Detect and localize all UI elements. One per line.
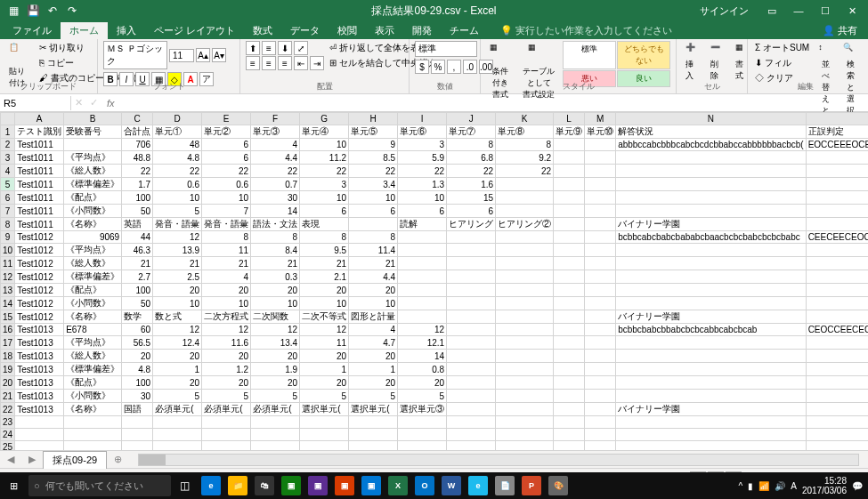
cell[interactable] <box>554 336 585 350</box>
cell[interactable]: 22 <box>251 165 300 178</box>
cell[interactable]: 11.2 <box>300 151 349 165</box>
cell[interactable]: 21 <box>122 257 153 270</box>
cell[interactable]: 9 <box>349 139 398 151</box>
cell[interactable] <box>398 441 447 451</box>
cell[interactable] <box>554 441 585 451</box>
tray-chevron-icon[interactable]: ^ <box>739 481 743 491</box>
cell[interactable] <box>554 390 585 403</box>
cell[interactable]: 20 <box>300 350 349 363</box>
cell[interactable] <box>554 416 585 429</box>
cell[interactable] <box>616 270 807 284</box>
cell[interactable] <box>585 165 616 178</box>
cell[interactable]: 単元① <box>153 125 202 139</box>
cell[interactable]: 解答状況 <box>616 125 807 139</box>
cell[interactable] <box>122 416 153 429</box>
cell[interactable] <box>585 151 616 165</box>
taskbar-app-notepad[interactable]: 📄 <box>491 472 518 499</box>
cell[interactable]: 単元⑨ <box>554 125 585 139</box>
cell[interactable] <box>447 297 496 310</box>
cell[interactable]: 5 <box>349 390 398 403</box>
cell[interactable] <box>806 429 868 441</box>
cell[interactable]: 20 <box>300 284 349 297</box>
cell[interactable]: 8 <box>496 139 554 151</box>
tell-me-search[interactable]: 💡 実行したい作業を入力してください <box>495 22 677 39</box>
cell[interactable]: 表現 <box>300 218 349 231</box>
cell[interactable]: 22 <box>398 165 447 178</box>
cell[interactable]: 12.1 <box>398 336 447 350</box>
taskbar-app-paint[interactable]: 🎨 <box>545 472 572 499</box>
cell[interactable] <box>616 284 807 297</box>
column-header[interactable]: N <box>616 113 807 125</box>
cell[interactable] <box>585 178 616 191</box>
align-middle-icon[interactable]: ≡ <box>262 41 276 55</box>
cell[interactable] <box>585 390 616 403</box>
taskbar-app-outlook[interactable]: O <box>411 472 438 499</box>
cell[interactable] <box>300 429 349 441</box>
cell[interactable] <box>806 403 868 416</box>
taskbar-app-2[interactable]: ▣ <box>304 472 331 499</box>
cell[interactable] <box>806 310 868 324</box>
cell[interactable] <box>806 284 868 297</box>
cell[interactable]: Test1013 <box>15 324 64 336</box>
comma-icon[interactable]: , <box>447 60 461 74</box>
cell[interactable]: 10 <box>153 297 202 310</box>
cell[interactable]: 0.6 <box>153 178 202 191</box>
cell[interactable]: 二次不等式 <box>300 310 349 324</box>
cell[interactable]: 14 <box>398 350 447 363</box>
cell[interactable]: 6 <box>202 139 251 151</box>
cell[interactable] <box>64 416 122 429</box>
cell[interactable]: 4.4 <box>349 270 398 284</box>
cell[interactable]: 20 <box>153 350 202 363</box>
cell[interactable] <box>616 257 807 270</box>
cell[interactable] <box>447 390 496 403</box>
cell[interactable]: 11 <box>202 244 251 257</box>
cell[interactable]: 100 <box>122 284 153 297</box>
cell[interactable]: 20 <box>153 376 202 390</box>
cell[interactable]: 発音・語彙 <box>202 218 251 231</box>
cell[interactable] <box>64 441 122 451</box>
cell[interactable] <box>496 191 554 205</box>
cell[interactable] <box>496 205 554 218</box>
cell[interactable]: 3 <box>398 139 447 151</box>
cell[interactable]: Test1013 <box>15 350 64 363</box>
cell[interactable]: 8 <box>349 231 398 244</box>
cell[interactable]: 4.8 <box>122 363 153 376</box>
percent-icon[interactable]: % <box>431 60 445 74</box>
cell[interactable] <box>554 429 585 441</box>
cell[interactable] <box>806 350 868 363</box>
cell[interactable]: Test1012 <box>15 310 64 324</box>
cell[interactable] <box>447 441 496 451</box>
cell[interactable]: 数学 <box>122 310 153 324</box>
row-header[interactable]: 11 <box>1 257 15 270</box>
row-header[interactable]: 16 <box>1 324 15 336</box>
accounting-icon[interactable]: $ <box>415 60 429 74</box>
cell[interactable]: 6 <box>349 205 398 218</box>
cell[interactable]: 11.4 <box>349 244 398 257</box>
cortana-search[interactable]: ○ 何でも聞いてください <box>28 475 171 496</box>
cell[interactable]: 20 <box>153 284 202 297</box>
cell[interactable] <box>585 218 616 231</box>
row-header[interactable]: 13 <box>1 284 15 297</box>
cell[interactable] <box>616 429 807 441</box>
cell[interactable] <box>122 441 153 451</box>
ribbon-tab-2[interactable]: 挿入 <box>108 22 145 39</box>
cell[interactable] <box>585 310 616 324</box>
row-header[interactable]: 21 <box>1 390 15 403</box>
taskbar-app-powerpoint[interactable]: P <box>518 472 545 499</box>
cell[interactable]: 《平均点》 <box>64 151 122 165</box>
cell[interactable]: 44 <box>122 231 153 244</box>
cell[interactable] <box>806 270 868 284</box>
cell[interactable]: 合計点 <box>122 125 153 139</box>
cell[interactable]: 《標準偏差》 <box>64 270 122 284</box>
fx-icon[interactable]: fx <box>101 98 120 109</box>
cell[interactable] <box>554 191 585 205</box>
cell[interactable] <box>202 429 251 441</box>
cell[interactable] <box>554 297 585 310</box>
cell[interactable] <box>496 244 554 257</box>
cell[interactable] <box>554 231 585 244</box>
orientation-icon[interactable]: ⤢ <box>294 41 308 55</box>
cell[interactable] <box>585 376 616 390</box>
cell[interactable] <box>496 257 554 270</box>
cell[interactable] <box>496 441 554 451</box>
cell[interactable] <box>496 336 554 350</box>
